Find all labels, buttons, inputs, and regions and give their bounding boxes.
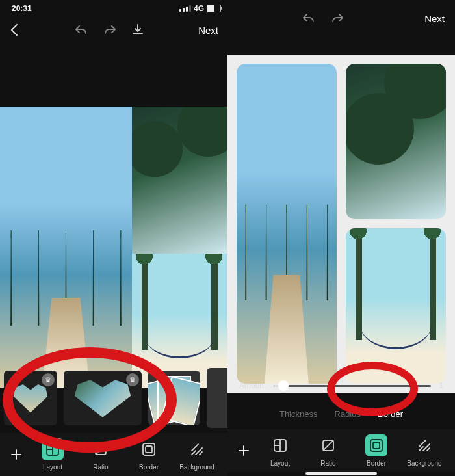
tool-label: Background xyxy=(179,464,214,471)
plus-icon xyxy=(237,444,250,457)
next-button[interactable]: Next xyxy=(198,25,218,36)
undo-button[interactable] xyxy=(302,12,316,24)
undo-icon xyxy=(74,24,88,36)
tool-label: Background xyxy=(407,460,441,467)
tool-background[interactable]: Background xyxy=(400,434,448,467)
slider-knob[interactable] xyxy=(278,380,289,391)
tool-border[interactable]: Border xyxy=(352,434,400,467)
home-indicator xyxy=(306,472,377,475)
template-grid-2x2[interactable] xyxy=(207,368,228,428)
tool-label: Border xyxy=(139,464,159,471)
tab-radius[interactable]: Radius xyxy=(335,409,361,419)
ratio-icon xyxy=(321,438,335,453)
back-button[interactable] xyxy=(9,23,20,36)
tab-border[interactable]: Border xyxy=(378,409,403,419)
amount-slider-row: Amount 1 xyxy=(228,376,455,395)
tool-label: Ratio xyxy=(320,460,335,467)
tool-layout[interactable]: Layout xyxy=(29,438,77,471)
cellular-signal-icon xyxy=(179,5,191,12)
collage-cell-1[interactable] xyxy=(237,64,337,384)
battery-icon xyxy=(207,5,221,12)
bottom-toolbar: Layout Ratio Border Background xyxy=(0,433,228,476)
chevron-left-icon xyxy=(9,23,20,36)
status-right: 4G xyxy=(179,4,221,13)
status-bar: 20:31 4G xyxy=(0,0,228,16)
slider-label: Amount xyxy=(239,381,266,390)
undo-icon xyxy=(302,12,316,24)
svg-rect-2 xyxy=(143,443,155,455)
amount-slider[interactable] xyxy=(274,385,431,387)
download-button[interactable] xyxy=(131,23,144,36)
tool-label: Layout xyxy=(43,464,62,471)
template-strip[interactable]: ♛ ♛ xyxy=(0,363,228,433)
slider-value: 1 xyxy=(439,381,443,390)
tool-border[interactable]: Border xyxy=(125,438,173,471)
tool-label: Ratio xyxy=(93,464,108,471)
redo-icon xyxy=(103,24,117,36)
collage-cell-1[interactable] xyxy=(0,107,132,388)
tool-background[interactable]: Background xyxy=(173,438,221,471)
network-label: 4G xyxy=(194,4,204,13)
background-icon xyxy=(417,438,432,453)
svg-rect-6 xyxy=(370,440,382,451)
crown-icon: ♛ xyxy=(42,373,55,386)
template-heart-small[interactable]: ♛ xyxy=(4,371,57,425)
redo-button[interactable] xyxy=(330,12,344,24)
screenshot-left: 20:31 4G Next xyxy=(0,0,228,476)
redo-button[interactable] xyxy=(103,24,117,36)
screenshot-right: Next Amount 1 Thickness Radius Border xyxy=(228,0,455,476)
undo-button[interactable] xyxy=(74,24,88,36)
top-toolbar: Next xyxy=(228,0,455,36)
svg-rect-7 xyxy=(373,442,380,449)
template-stack-3[interactable] xyxy=(148,371,200,425)
bottom-toolbar: Layout Ratio Border Background xyxy=(228,429,455,472)
plus-icon xyxy=(10,448,23,461)
svg-rect-3 xyxy=(146,446,152,453)
tool-label: Border xyxy=(367,460,386,467)
status-time: 20:31 xyxy=(12,4,32,13)
collage-canvas[interactable] xyxy=(228,55,455,393)
collage-cell-3[interactable] xyxy=(346,228,446,384)
add-button[interactable] xyxy=(234,444,254,457)
border-icon xyxy=(142,442,156,456)
next-button[interactable]: Next xyxy=(424,13,445,24)
tool-ratio[interactable]: Ratio xyxy=(304,434,352,467)
top-toolbar: Next xyxy=(0,16,228,44)
tab-thickness[interactable]: Thickness xyxy=(280,409,318,419)
layout-icon xyxy=(273,438,287,453)
tool-label: Layout xyxy=(270,460,290,467)
collage-canvas[interactable] xyxy=(0,107,228,388)
template-heart-large[interactable]: ♛ xyxy=(64,371,142,425)
border-tabs: Thickness Radius Border xyxy=(228,401,455,427)
redo-icon xyxy=(330,12,344,24)
collage-cell-2[interactable] xyxy=(346,64,446,219)
add-button[interactable] xyxy=(6,448,26,461)
ratio-icon xyxy=(94,442,108,456)
comparison-root: 20:31 4G Next xyxy=(0,0,455,476)
download-icon xyxy=(131,23,144,36)
tool-layout[interactable]: Layout xyxy=(256,434,304,467)
crown-icon: ♛ xyxy=(126,373,139,386)
border-icon xyxy=(369,438,384,453)
tool-ratio[interactable]: Ratio xyxy=(77,438,125,471)
collage-cell-2[interactable] xyxy=(132,107,228,254)
layout-icon xyxy=(46,442,60,456)
background-icon xyxy=(190,442,204,456)
